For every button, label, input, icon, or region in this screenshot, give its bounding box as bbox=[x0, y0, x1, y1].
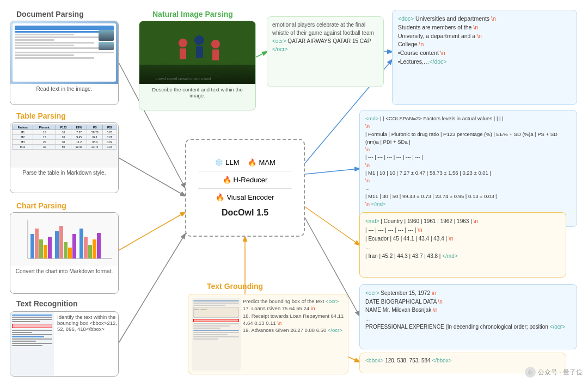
fire-icon-mam: 🔥 bbox=[248, 158, 256, 167]
h-reducer-label: H-Reducer bbox=[234, 176, 268, 184]
svg-point-31 bbox=[179, 39, 187, 47]
svg-rect-26 bbox=[88, 245, 92, 258]
svg-point-35 bbox=[211, 40, 220, 48]
doc-parsing-caption: Read text in the image. bbox=[10, 84, 118, 94]
doc-parsing-image bbox=[10, 21, 118, 84]
document-parsing-label: Document Parsing bbox=[16, 10, 84, 19]
svg-rect-16 bbox=[39, 239, 43, 258]
text-recognition-label: Text Recognition bbox=[16, 299, 78, 308]
svg-rect-19 bbox=[55, 231, 59, 258]
mam-item: 🔥 MAM bbox=[248, 158, 275, 167]
text-grounding-box: table content Predict the bounding box o… bbox=[188, 294, 348, 374]
svg-rect-24 bbox=[79, 229, 83, 258]
watermark: 公 公众号 · 量子位 bbox=[525, 367, 583, 378]
svg-rect-36 bbox=[212, 50, 219, 60]
svg-line-8 bbox=[305, 207, 359, 245]
text-grounding-caption: Predict the bounding box of the text <oc… bbox=[243, 298, 345, 371]
svg-rect-34 bbox=[196, 46, 203, 58]
table-parsing-image: FactorsPluronicP123EE%PSPDI M110107.2758… bbox=[10, 123, 118, 168]
doc-output-box: <doc> Universities and departments \n St… bbox=[392, 10, 577, 105]
docowl-title: DocOwl 1.5 bbox=[222, 208, 268, 218]
visual-encoder-label: Viusal Encoder bbox=[226, 193, 274, 201]
svg-rect-22 bbox=[68, 248, 72, 258]
svg-rect-20 bbox=[59, 226, 63, 258]
svg-rect-18 bbox=[48, 237, 52, 258]
table-parsing-label: Table Parsing bbox=[16, 112, 66, 120]
fire-icon-reducer: 🔥 bbox=[223, 176, 231, 184]
llm-mam-row: ❄️ LLM 🔥 MAM bbox=[215, 158, 275, 167]
text-recognition-box: Identify the text within the bounding bo… bbox=[10, 311, 119, 377]
svg-point-33 bbox=[194, 35, 204, 45]
chart-parsing-box: Convert the chart into Markdown format. bbox=[10, 212, 119, 294]
document-parsing-box: Read text in the image. bbox=[10, 21, 119, 105]
natural-image-box: crowd crowd crowd crowd crowd Describe t… bbox=[139, 21, 256, 110]
visual-encoder-item: 🔥 Viusal Encoder bbox=[216, 193, 274, 201]
table-parsing-caption: Parse the table in Markdown style. bbox=[10, 168, 118, 178]
svg-rect-14 bbox=[30, 234, 34, 258]
svg-rect-32 bbox=[180, 48, 186, 59]
chart-parsing-label: Chart Parsing bbox=[16, 201, 66, 210]
svg-line-1 bbox=[119, 158, 185, 196]
mam-label: MAM bbox=[259, 158, 275, 167]
h-reducer-item: 🔥 H-Reducer bbox=[223, 176, 268, 184]
text-rec-caption: Identify the text within the bounding bo… bbox=[56, 312, 118, 376]
text-rec-document bbox=[10, 312, 54, 376]
ocr-output-box: <ocr> September 15, 1972 \n DATE BIOGRAP… bbox=[359, 284, 577, 349]
svg-rect-28 bbox=[97, 233, 101, 258]
docowl-center-box: ❄️ LLM 🔥 MAM 🔥 H-Reducer 🔥 Viusal Encode… bbox=[185, 139, 305, 237]
chart-parsing-caption: Convert the chart into Markdown format. bbox=[10, 266, 118, 276]
divider-1 bbox=[198, 171, 292, 171]
text-grounding-document: table content bbox=[192, 298, 241, 371]
svg-rect-21 bbox=[64, 242, 68, 258]
svg-rect-25 bbox=[84, 237, 88, 258]
divider-2 bbox=[198, 188, 292, 189]
watermark-logo: 公 bbox=[525, 367, 536, 378]
svg-rect-17 bbox=[44, 245, 47, 258]
watermark-text: 公众号 · 量子位 bbox=[538, 368, 583, 377]
llm-label: LLM bbox=[225, 158, 239, 167]
svg-rect-15 bbox=[35, 229, 39, 258]
table-parsing-box: FactorsPluronicP123EE%PSPDI M110107.2758… bbox=[10, 122, 119, 193]
natural-image-label: Natural Image Parsing bbox=[152, 10, 233, 19]
text-grounding-label: Text Grounding bbox=[207, 282, 263, 291]
svg-line-2 bbox=[119, 212, 185, 250]
svg-line-7 bbox=[305, 169, 359, 174]
natural-image-photo: crowd crowd crowd crowd crowd bbox=[139, 21, 255, 84]
table-output-box: <md> | | <COLSPAN=2> Factors levels in a… bbox=[359, 110, 577, 227]
main-container: Document Parsing bbox=[0, 0, 588, 382]
ocr-top-output-box: emotional players celebrate at the final… bbox=[267, 16, 384, 87]
snowflake-icon: ❄️ bbox=[215, 158, 223, 167]
svg-rect-27 bbox=[93, 239, 96, 258]
country-output-box: <md> | Country | 1960 | 1961 | 1962 | 19… bbox=[359, 212, 566, 278]
chart-svg bbox=[17, 218, 112, 264]
llm-item: ❄️ LLM bbox=[215, 158, 239, 167]
chart-parsing-image bbox=[10, 213, 118, 266]
svg-rect-23 bbox=[72, 234, 76, 258]
svg-line-3 bbox=[119, 234, 185, 343]
fire-icon-encoder: 🔥 bbox=[216, 193, 224, 201]
natural-image-caption: Describe the content and text within the… bbox=[139, 84, 255, 101]
